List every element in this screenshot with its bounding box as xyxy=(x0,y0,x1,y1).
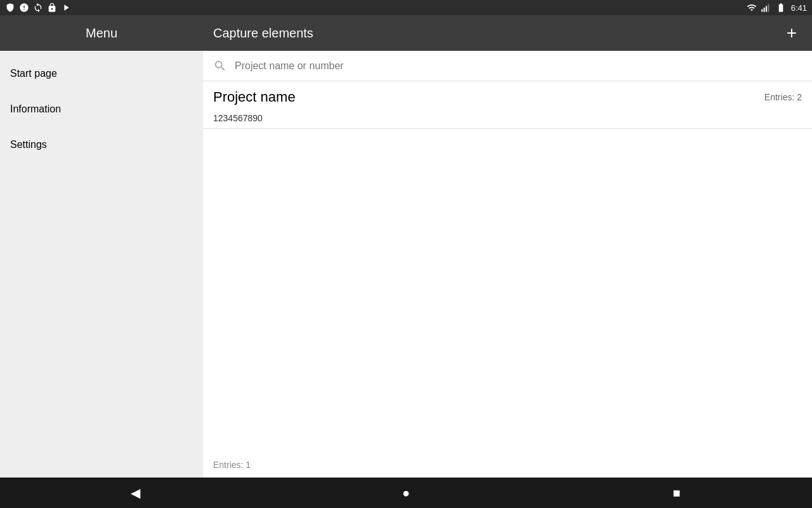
battery-icon xyxy=(775,3,787,13)
svg-rect-0 xyxy=(761,10,763,12)
main-content: Capture elements + Project name Entries:… xyxy=(203,15,812,478)
sidebar-menu: Start page Information Settings xyxy=(0,51,203,168)
sidebar-item-information[interactable]: Information xyxy=(0,91,203,127)
table-row[interactable]: 1234567890 xyxy=(203,108,812,129)
content-area: Project name Entries: 2 1234567890 Entri… xyxy=(203,81,812,478)
lock-icon xyxy=(47,3,57,13)
sidebar-item-start-page[interactable]: Start page xyxy=(0,56,203,91)
project-row-number: 1234567890 xyxy=(213,113,263,123)
signal-icon xyxy=(761,3,771,13)
sidebar-item-label-start-page: Start page xyxy=(10,68,57,79)
entries-count: Entries: 1 xyxy=(213,460,251,470)
alert-icon xyxy=(19,3,29,13)
shield-icon xyxy=(5,3,15,13)
back-button[interactable]: ◀ xyxy=(116,480,154,505)
search-icon xyxy=(213,59,227,73)
sidebar-item-label-information: Information xyxy=(10,104,61,115)
sidebar-item-settings[interactable]: Settings xyxy=(0,127,203,163)
nav-bar: ◀ ● ■ xyxy=(0,478,812,508)
sidebar: Menu Start page Information Settings xyxy=(0,15,203,478)
sidebar-title: Menu xyxy=(86,26,117,41)
project-header-entries: Entries: 2 xyxy=(764,92,802,102)
play-icon xyxy=(61,3,71,13)
project-header: Project name Entries: 2 xyxy=(203,81,812,108)
status-bar-left-icons xyxy=(5,3,71,13)
search-input[interactable] xyxy=(235,60,802,72)
recents-button[interactable]: ■ xyxy=(658,480,696,505)
svg-rect-3 xyxy=(768,4,769,12)
svg-rect-2 xyxy=(766,6,767,11)
project-column-header: Project name xyxy=(213,89,296,105)
home-button[interactable]: ● xyxy=(387,480,425,505)
toolbar: Capture elements + xyxy=(203,15,812,51)
status-bar-right-icons: 6:41 xyxy=(747,3,807,13)
clock: 6:41 xyxy=(791,3,807,13)
toolbar-title: Capture elements xyxy=(213,26,313,41)
app-area: Menu Start page Information Settings Cap… xyxy=(0,15,812,478)
add-button[interactable]: + xyxy=(782,22,802,44)
wifi-icon xyxy=(747,3,757,13)
sidebar-item-label-settings: Settings xyxy=(10,139,47,150)
status-bar: 6:41 xyxy=(0,0,812,15)
entries-footer: Entries: 1 xyxy=(203,452,812,478)
search-bar xyxy=(203,51,812,81)
sync-icon xyxy=(33,3,43,13)
sidebar-header: Menu xyxy=(0,15,203,51)
svg-rect-1 xyxy=(763,8,764,12)
